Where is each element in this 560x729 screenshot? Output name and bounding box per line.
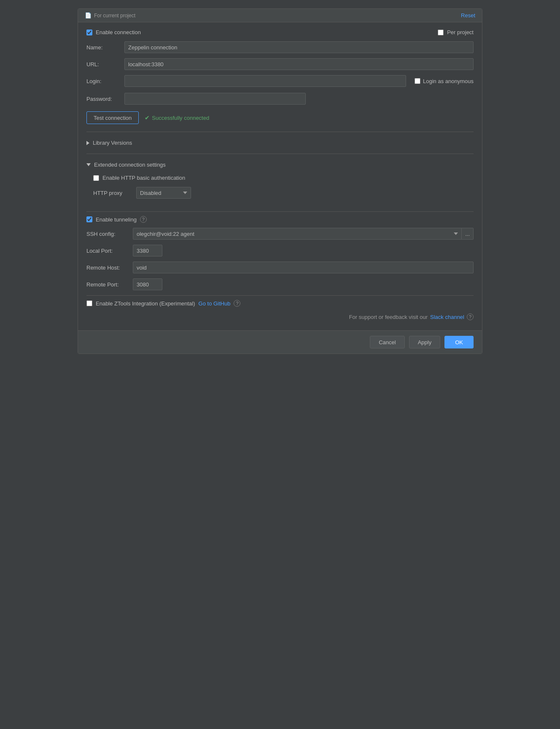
enable-connection-row: Enable connection Per project <box>86 29 474 35</box>
enable-connection-label: Enable connection <box>96 29 141 35</box>
tunneling-row: Enable tunneling ? <box>86 216 474 223</box>
ssh-more-button[interactable]: ... <box>462 228 474 240</box>
success-message: ✔ Successfully connected <box>145 114 209 121</box>
project-label: For current project <box>94 13 135 19</box>
password-row: Password: <box>86 93 474 105</box>
slack-link[interactable]: Slack channel <box>430 314 464 320</box>
project-label-group: 📄 For current project <box>85 12 135 19</box>
support-help-icon[interactable]: ? <box>467 313 474 320</box>
cancel-button[interactable]: Cancel <box>370 336 404 348</box>
anonymous-checkbox[interactable] <box>415 78 420 84</box>
divider-1 <box>86 132 474 132</box>
library-versions-label: Library Versions <box>93 140 132 146</box>
library-versions-header[interactable]: Library Versions <box>86 136 474 149</box>
remote-port-row: Remote Port: <box>86 278 474 290</box>
local-port-label: Local Port: <box>86 248 129 254</box>
url-row: URL: <box>86 58 474 70</box>
remote-port-input[interactable] <box>133 278 162 290</box>
password-input[interactable] <box>124 93 306 105</box>
http-proxy-select[interactable]: Disabled Auto-detect Manual <box>136 187 191 199</box>
ssh-config-row: SSH config: olegchir@void:22 agent ... <box>86 228 474 240</box>
ztools-label: Enable ZTools Integration (Experimental) <box>96 300 195 307</box>
check-icon: ✔ <box>145 114 150 121</box>
project-icon: 📄 <box>85 12 92 19</box>
login-row: Login: Login as anonymous <box>86 75 474 87</box>
enable-connection-checkbox[interactable] <box>86 30 92 35</box>
remote-host-input[interactable] <box>133 262 474 273</box>
anonymous-label: Login as anonymous <box>423 78 474 84</box>
http-auth-row: Enable HTTP basic authentication <box>93 175 474 181</box>
collapse-icon <box>86 141 89 145</box>
test-connection-button[interactable]: Test connection <box>86 111 139 124</box>
password-label: Password: <box>86 96 120 102</box>
extended-settings-header[interactable]: Extended connection settings <box>86 158 474 171</box>
success-text: Successfully connected <box>152 115 209 121</box>
github-link[interactable]: Go to GitHub <box>199 300 231 307</box>
divider-2 <box>86 154 474 154</box>
remote-host-label: Remote Host: <box>86 265 129 271</box>
dialog-content: Enable connection Per project Name: URL:… <box>78 22 482 330</box>
apply-button[interactable]: Apply <box>409 336 441 348</box>
extended-settings-label: Extended connection settings <box>94 162 166 168</box>
name-input[interactable] <box>124 41 474 53</box>
expand-icon <box>86 163 91 166</box>
url-label: URL: <box>86 61 120 68</box>
bottom-buttons: Cancel Apply OK <box>78 330 482 354</box>
support-row: For support or feedback visit our Slack … <box>86 307 474 324</box>
extended-settings-body: Enable HTTP basic authentication HTTP pr… <box>86 171 474 207</box>
ok-button[interactable]: OK <box>444 336 474 348</box>
local-port-input[interactable] <box>133 245 162 256</box>
local-port-row: Local Port: <box>86 245 474 256</box>
http-auth-checkbox[interactable] <box>93 175 99 181</box>
top-bar: 📄 For current project Reset <box>78 9 482 22</box>
divider-4 <box>86 295 474 296</box>
settings-dialog: 📄 For current project Reset Enable conne… <box>78 8 482 354</box>
tunneling-help-icon[interactable]: ? <box>140 216 147 223</box>
per-project-checkbox[interactable] <box>438 30 444 35</box>
http-proxy-row: HTTP proxy Disabled Auto-detect Manual <box>93 187 474 199</box>
tunneling-section: Enable tunneling ? SSH config: olegchir@… <box>86 216 474 290</box>
ssh-config-group: olegchir@void:22 agent ... <box>133 228 474 240</box>
ssh-config-select[interactable]: olegchir@void:22 agent <box>133 228 462 240</box>
divider-3 <box>86 211 474 212</box>
test-connection-row: Test connection ✔ Successfully connected <box>86 111 474 124</box>
ztools-row: Enable ZTools Integration (Experimental)… <box>86 300 474 307</box>
http-auth-label: Enable HTTP basic authentication <box>102 175 185 181</box>
support-text: For support or feedback visit our <box>349 314 428 320</box>
ztools-checkbox[interactable] <box>86 300 92 306</box>
ssh-config-label: SSH config: <box>86 231 129 237</box>
ztools-help-icon[interactable]: ? <box>234 300 240 307</box>
tunneling-label: Enable tunneling <box>96 216 137 223</box>
login-input[interactable] <box>124 75 406 87</box>
http-proxy-label: HTTP proxy <box>93 190 131 196</box>
enable-connection-group: Enable connection <box>86 29 141 35</box>
tunneling-checkbox[interactable] <box>86 216 92 222</box>
remote-host-row: Remote Host: <box>86 262 474 273</box>
per-project-group: Per project <box>438 29 474 35</box>
remote-port-label: Remote Port: <box>86 281 129 288</box>
name-row: Name: <box>86 41 474 53</box>
name-label: Name: <box>86 44 120 51</box>
anonymous-group: Login as anonymous <box>415 78 474 84</box>
login-label: Login: <box>86 78 120 84</box>
reset-link[interactable]: Reset <box>461 12 475 19</box>
per-project-label: Per project <box>447 29 474 35</box>
url-input[interactable] <box>124 58 474 70</box>
